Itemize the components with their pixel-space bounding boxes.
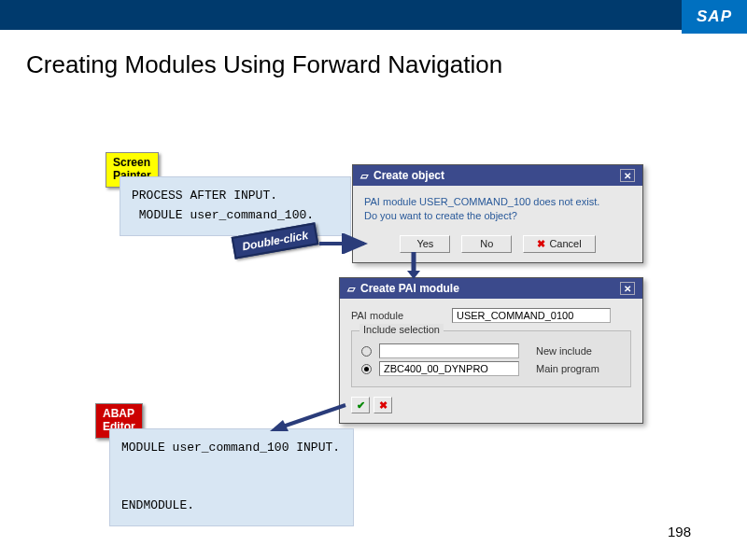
page-number: 198 bbox=[668, 524, 691, 539]
window-icon: ▱ bbox=[347, 283, 355, 295]
main-program-input[interactable] bbox=[379, 361, 519, 376]
message-line-1: PAI module USER_COMMAND_100 does not exi… bbox=[364, 195, 631, 209]
cancel-button[interactable]: ✖Cancel bbox=[523, 235, 595, 253]
dialog-body: PAI module Include selection New include… bbox=[340, 299, 642, 423]
new-include-label: New include bbox=[536, 345, 592, 357]
abap-editor-code: MODULE user_command_100 INPUT. ENDMODULE… bbox=[109, 428, 354, 526]
screen-painter-code: PROCESS AFTER INPUT. MODULE user_command… bbox=[120, 176, 351, 236]
include-selection-title: Include selection bbox=[359, 324, 444, 335]
pai-module-input[interactable] bbox=[452, 308, 611, 323]
close-icon: ✖ bbox=[537, 238, 545, 250]
pai-module-label: PAI module bbox=[351, 310, 444, 321]
close-icon[interactable]: ✕ bbox=[620, 282, 635, 295]
pai-module-field-row: PAI module bbox=[351, 308, 631, 323]
yes-button[interactable]: Yes bbox=[400, 235, 450, 253]
radio-icon bbox=[361, 346, 372, 357]
window-icon: ▱ bbox=[360, 170, 368, 182]
dialog-title-text: Create PAI module bbox=[360, 282, 459, 295]
option-main-program[interactable]: Main program bbox=[361, 361, 621, 376]
dialog-title-text: Create object bbox=[374, 169, 444, 182]
main-program-label: Main program bbox=[536, 363, 599, 374]
dialog-titlebar: ▱ Create PAI module ✕ bbox=[340, 278, 642, 299]
new-include-input[interactable] bbox=[379, 343, 519, 358]
create-object-dialog: ▱ Create object ✕ PAI module USER_COMMAN… bbox=[352, 164, 643, 263]
ok-button[interactable]: ✔ bbox=[351, 397, 370, 413]
radio-icon bbox=[361, 364, 372, 374]
dialog-message: PAI module USER_COMMAND_100 does not exi… bbox=[364, 195, 631, 224]
cancel-button-label: Cancel bbox=[549, 238, 581, 249]
dialog-body: PAI module USER_COMMAND_100 does not exi… bbox=[353, 186, 642, 262]
create-pai-module-dialog: ▱ Create PAI module ✕ PAI module Include… bbox=[339, 277, 643, 424]
confirm-row: ✔ ✖ bbox=[351, 397, 631, 413]
dialog-buttons: Yes No ✖Cancel bbox=[364, 235, 631, 253]
cancel-button[interactable]: ✖ bbox=[374, 397, 392, 413]
close-icon[interactable]: ✕ bbox=[620, 169, 635, 182]
svg-line-2 bbox=[280, 405, 345, 427]
no-button[interactable]: No bbox=[461, 235, 512, 253]
slide-canvas: ScreenPainter PROCESS AFTER INPUT. MODUL… bbox=[0, 0, 747, 560]
dialog-titlebar: ▱ Create object ✕ bbox=[353, 165, 642, 186]
message-line-2: Do you want to create the object? bbox=[364, 209, 631, 223]
include-selection-group: Include selection New include Main progr… bbox=[351, 330, 631, 387]
option-new-include[interactable]: New include bbox=[361, 343, 621, 358]
